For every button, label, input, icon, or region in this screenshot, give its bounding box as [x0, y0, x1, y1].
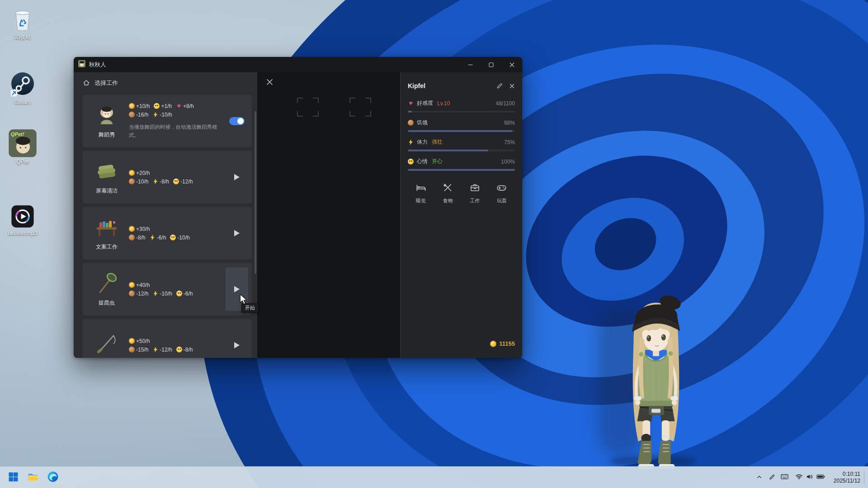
edge-icon	[47, 471, 59, 484]
job-name: 屏幕清洁	[96, 187, 118, 195]
smile-icon	[170, 235, 176, 240]
recycle-bin-icon	[12, 5, 33, 33]
stage-close-button[interactable]	[264, 77, 274, 87]
clock[interactable]: 0:10:11 2025/11/12	[829, 471, 864, 484]
touch-keyboard-icon	[781, 474, 788, 481]
chevron-up-icon	[756, 474, 763, 482]
energy-icon	[152, 112, 158, 117]
desktop-icon-label: Steam	[15, 99, 31, 105]
job-thumb-net	[95, 272, 118, 295]
job-start-button[interactable]	[234, 342, 240, 348]
job-start-button[interactable]	[234, 230, 240, 236]
gamepad-icon	[496, 183, 507, 194]
stat-bar	[408, 169, 515, 171]
desktop-icon-qpet[interactable]: QPet!QPet	[1, 130, 44, 165]
time: 0:10:11	[834, 471, 860, 478]
stat-label: 好感度	[417, 99, 433, 107]
stat-amount: 48/1100	[496, 100, 515, 107]
job-panel-header: 选择工作	[74, 72, 257, 94]
close-button[interactable]	[501, 57, 522, 72]
titlebar[interactable]: 秋秋人	[74, 57, 522, 72]
pet-status-panel: Kipfel 好感度Lv.1048/1100饥饿98%体力强壮75%心情开心10…	[400, 72, 522, 358]
job-card-rod[interactable]: +50/h-15/h-12/h-8/h	[83, 319, 252, 358]
stat-bar	[408, 150, 515, 151]
desktop-icon-recycle-bin[interactable]: 回收站	[1, 5, 44, 40]
energy-icon	[152, 178, 158, 184]
play-icon	[234, 286, 240, 292]
desktop-icon-label: QPet	[16, 159, 28, 165]
show-desktop-button[interactable]	[864, 471, 866, 483]
action-food-button[interactable]: 食物	[436, 183, 460, 204]
action-play-button[interactable]: 玩耍	[490, 183, 514, 204]
stat-amount: 100%	[501, 159, 515, 165]
coin-icon	[129, 338, 135, 344]
job-card-dance[interactable]: 舞蹈秀+10/h+1/h+8/h-16/h-10/h当播放舞蹈的时候，自动激活舞…	[83, 95, 252, 147]
job-card-desk[interactable]: 文案工作+30/h-8/h-6/h-10/h	[83, 207, 252, 259]
stat-value: 强壮	[432, 138, 443, 146]
job-gain-line: +20/h	[129, 170, 226, 176]
job-auto-toggle[interactable]	[229, 117, 245, 125]
action-sleep-button[interactable]: 睡觉	[409, 183, 433, 204]
job-thumb-desk	[95, 216, 118, 239]
action-label: 工作	[470, 197, 480, 204]
coin-icon	[129, 103, 135, 109]
tray-pen-button[interactable]	[766, 469, 778, 486]
maximize-button[interactable]	[481, 57, 501, 72]
wifi-icon	[795, 474, 803, 481]
desktop-icon-label: ukulele.mp3	[8, 230, 38, 236]
action-label: 睡觉	[416, 197, 426, 204]
coin-icon	[129, 170, 135, 176]
job-gain-line: +10/h+1/h+8/h	[129, 103, 226, 109]
desktop-pet-character[interactable]	[620, 287, 692, 470]
action-work-button[interactable]: 工作	[462, 183, 487, 204]
taskbar-edge-button[interactable]	[44, 469, 61, 486]
job-panel-title: 选择工作	[94, 79, 118, 87]
job-card-cloth[interactable]: 屏幕清洁+20/h-10/h-8/h-12/h	[83, 151, 252, 203]
job-cost-line: -8/h-6/h-10/h	[129, 235, 226, 241]
coin-icon	[129, 226, 135, 232]
pet-panel-close-button[interactable]	[509, 83, 515, 89]
meat-icon	[129, 291, 135, 296]
tray-touch-keyboard-button[interactable]	[778, 469, 791, 486]
desktop-icon-steam[interactable]: Steam	[1, 70, 44, 105]
stat-affection: 好感度Lv.1048/1100	[408, 99, 515, 113]
job-start-button[interactable]	[234, 286, 240, 292]
job-gain-line: +40/h	[129, 282, 226, 288]
job-cost-line: -15/h-12/h-8/h	[129, 347, 226, 353]
volume-icon	[806, 474, 813, 481]
stat-amount: 75%	[504, 139, 515, 145]
job-cost-line: -10/h-8/h-12/h	[129, 178, 226, 185]
job-gain-line: +50/h	[129, 338, 226, 344]
smile-icon	[176, 347, 182, 352]
taskbar-explorer-button[interactable]	[24, 469, 42, 486]
job-cost-line: -16/h-10/h	[129, 112, 226, 118]
energy-icon	[152, 291, 158, 296]
meat-icon	[129, 347, 135, 352]
money-amount: 11155	[499, 340, 515, 347]
edit-pet-name-button[interactable]	[496, 83, 503, 89]
stat-bar	[408, 130, 515, 132]
app-window: 秋秋人 选择工作 舞蹈秀+10/h+1/h+8/h-16/h-10/h当播放舞蹈…	[74, 57, 522, 358]
job-start-button[interactable]	[234, 174, 240, 180]
window-title: 秋秋人	[89, 61, 106, 69]
stat-amount: 98%	[504, 120, 515, 126]
stat-value: Lv.10	[437, 100, 450, 107]
action-label: 玩耍	[497, 197, 507, 204]
job-cost-line: -12/h-10/h-6/h	[129, 291, 226, 297]
utensils-icon	[443, 183, 453, 194]
smile-icon	[173, 178, 179, 184]
job-thumb-cloth	[95, 160, 118, 183]
job-thumb-rod	[95, 332, 118, 355]
stat-mood: 心情开心100%	[408, 158, 515, 171]
energy-icon	[150, 235, 156, 240]
smile-icon	[408, 159, 414, 164]
tray-chevron-up-button[interactable]	[753, 469, 766, 486]
scrollbar-thumb[interactable]	[255, 111, 256, 274]
desktop-icon-ukulele[interactable]: ukulele.mp3	[1, 202, 44, 236]
minimize-button[interactable]	[460, 57, 481, 72]
taskbar-start-button[interactable]	[5, 469, 22, 486]
quick-settings-button[interactable]	[791, 469, 829, 486]
stat-label: 心情	[417, 158, 428, 165]
job-card-net[interactable]: 捉昆虫+40/h-12/h-10/h-6/h	[83, 263, 252, 315]
money-display: 11155	[490, 340, 515, 347]
